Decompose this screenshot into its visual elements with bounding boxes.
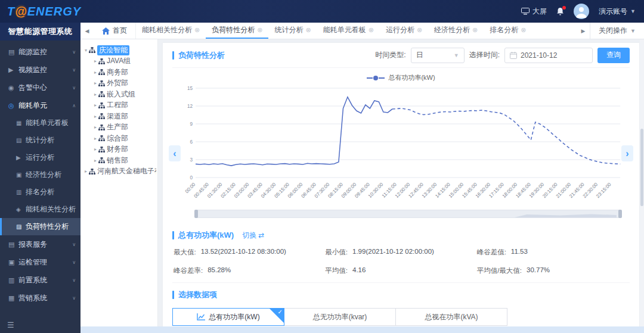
time-type-select[interactable]: 日 ▼	[411, 48, 465, 63]
caret-collapsed-icon[interactable]: ▸	[92, 158, 98, 163]
horizontal-scroll-strip[interactable]	[80, 326, 644, 333]
metric-tab-1[interactable]: 总无功功率(kvar)	[284, 308, 396, 326]
sidebar-item-2[interactable]: ◉告警中心∨	[0, 79, 80, 97]
big-screen-label: 大屏	[532, 7, 547, 17]
sidebar-item-4[interactable]: ▤报表服务∨	[0, 235, 80, 253]
chart-prev-button[interactable]: ‹	[169, 145, 181, 161]
tree-node-10[interactable]: ▸销售部	[83, 155, 156, 166]
tree-node-3[interactable]: ▸外贸部	[83, 78, 156, 89]
tabs-scroll-left-icon[interactable]: ◀	[80, 28, 94, 34]
logo-at-icon: @	[15, 5, 27, 18]
chevron-down-icon: ∨	[72, 242, 76, 247]
tree-node-0[interactable]: ▾庆浍智能	[83, 45, 156, 56]
tab-close-icon[interactable]: ⊗	[369, 26, 374, 34]
close-operations-menu[interactable]: 关闭操作 ▼	[590, 23, 644, 39]
caret-collapsed-icon[interactable]: ▸	[92, 147, 98, 152]
datazoom-slider[interactable]	[195, 210, 621, 218]
sidebar-item-7[interactable]: ▦营销系统∨	[0, 289, 80, 307]
panel-header: 负荷特性分析 时间类型: 日 ▼ 选择时间: 2021-10-12	[172, 43, 630, 68]
tab-0[interactable]: 能耗相关性分析⊗	[136, 23, 206, 39]
tab-close-icon[interactable]: ⊗	[472, 26, 478, 34]
tab-5[interactable]: 经济性分析⊗	[428, 23, 484, 39]
tree-node-8[interactable]: ▸综合部	[83, 133, 156, 144]
sidebar-subitem-3[interactable]: ▣经济性分析	[0, 166, 80, 183]
tree-node-7[interactable]: ▸生产部	[83, 122, 156, 133]
tab-close-icon[interactable]: ⊗	[305, 26, 311, 34]
switch-metric-link[interactable]: 切换 ⇄	[242, 231, 264, 241]
query-button[interactable]: 查询	[597, 48, 630, 63]
metric-tab-0[interactable]: 总有功功率(kW)✓	[172, 308, 284, 326]
tab-close-icon[interactable]: ⊗	[257, 26, 262, 34]
sidebar-subitem-1[interactable]: ▤统计分析	[0, 132, 80, 149]
chart-legend[interactable]: 总有功功率(kW)	[178, 68, 624, 83]
chevron-down-icon: ∨	[72, 260, 76, 265]
caret-collapsed-icon[interactable]: ▸	[92, 136, 98, 141]
tree-node-11[interactable]: ▸河南航天金穗电子有限公	[83, 166, 156, 178]
vertical-scrollbar[interactable]	[640, 39, 644, 326]
sidebar-subitem-2[interactable]: ▶运行分析	[0, 149, 80, 166]
sidebar-item-label: 能耗单元	[18, 101, 72, 111]
sidebar-item-5[interactable]: ▣运检管理∨	[0, 253, 80, 271]
tree-node-1[interactable]: ▸JAVA组	[83, 56, 156, 67]
sidebar-menu: ▤能源监控∨▶视频监控∨◉告警中心∨◎能耗单元∧▦能耗单元看板▤统计分析▶运行分…	[0, 41, 80, 316]
calendar-icon	[510, 52, 517, 59]
stats-section: 总有功功率(kW) 切换 ⇄ 最大值:13.52(2021-10-12 08:3…	[172, 223, 630, 283]
sidebar-item-6[interactable]: ▥前置系统∨	[0, 271, 80, 289]
collapse-menu-icon[interactable]: ☰	[0, 316, 80, 333]
tab-6[interactable]: 排名分析⊗	[484, 23, 532, 39]
tree-node-6[interactable]: ▸渠道部	[83, 111, 156, 122]
sidebar-subitem-6[interactable]: ▨负荷特性分析	[0, 218, 80, 235]
tree-node-label: 综合部	[107, 133, 128, 144]
page-title-text: 负荷特性分析	[178, 50, 225, 61]
sidebar-subitem-0[interactable]: ▦能耗单元看板	[0, 114, 80, 132]
tree-node-4[interactable]: ▸嵌入式组	[83, 89, 156, 100]
tree-node-label: 财务部	[107, 144, 128, 154]
tree-node-label: 外贸部	[107, 78, 128, 88]
sidebar-item-label: 前置系统	[18, 275, 72, 285]
caret-collapsed-icon[interactable]: ▸	[92, 58, 98, 64]
tree-node-9[interactable]: ▸财务部	[83, 144, 156, 155]
tree-node-2[interactable]: ▸商务部	[83, 67, 156, 78]
tab-home[interactable]: 首页	[94, 23, 136, 39]
caret-collapsed-icon[interactable]: ▸	[92, 125, 98, 130]
caret-collapsed-icon[interactable]: ▸	[92, 92, 98, 97]
sidebar-item-0[interactable]: ▤能源监控∨	[0, 43, 80, 61]
caret-collapsed-icon[interactable]: ▸	[92, 102, 98, 108]
sidebar-subitem-5[interactable]: ◈能耗相关性分析	[0, 201, 80, 218]
date-input[interactable]: 2021-10-12	[504, 48, 593, 63]
title-accent-bar	[172, 231, 174, 239]
logo-text: ENERGY	[27, 5, 81, 18]
avatar[interactable]	[574, 4, 589, 19]
selector-header: 选择数据项	[172, 285, 630, 304]
big-screen-button[interactable]: 大屏	[521, 7, 547, 17]
analysis-card: 负荷特性分析 时间类型: 日 ▼ 选择时间: 2021-10-12	[163, 43, 639, 333]
sidebar-subitem-4[interactable]: ▥排名分析	[0, 183, 80, 201]
alarm-center-icon: ◉	[8, 84, 18, 92]
tab-close-icon[interactable]: ⊗	[194, 26, 200, 34]
caret-collapsed-icon[interactable]: ▸	[92, 114, 98, 119]
org-icon	[98, 58, 105, 64]
topbar-right: 大屏 演示账号 ▼	[521, 4, 636, 19]
scrollbar-thumb[interactable]	[640, 129, 643, 206]
tab-2[interactable]: 统计分析⊗	[268, 23, 317, 39]
caret-expanded-icon[interactable]: ▾	[83, 48, 89, 53]
stat-value: 11.53	[511, 248, 528, 257]
tab-close-icon[interactable]: ⊗	[417, 26, 422, 34]
tree-node-5[interactable]: ▸工程部	[83, 100, 156, 111]
sidebar-item-3[interactable]: ◎能耗单元∧	[0, 97, 80, 114]
tab-3[interactable]: 能耗单元看板⊗	[317, 23, 380, 39]
caret-collapsed-icon[interactable]: ▸	[92, 70, 98, 75]
svg-text:9: 9	[190, 121, 193, 127]
tab-4[interactable]: 运行分析⊗	[380, 23, 428, 39]
chart-next-button[interactable]: ›	[621, 145, 633, 161]
caret-collapsed-icon[interactable]: ▸	[92, 80, 98, 86]
notification-bell-icon[interactable]	[556, 7, 564, 15]
caret-collapsed-icon[interactable]: ▸	[83, 169, 89, 174]
sidebar-item-1[interactable]: ▶视频监控∨	[0, 61, 80, 79]
tab-1[interactable]: 负荷特性分析⊗	[206, 23, 268, 39]
tabs-scroll-right-icon[interactable]: ▶	[577, 28, 590, 34]
ranking-icon: ▥	[16, 189, 26, 195]
metric-tab-2[interactable]: 总视在功率(kVA)	[395, 308, 507, 326]
account-menu[interactable]: 演示账号 ▼	[599, 7, 636, 17]
tab-close-icon[interactable]: ⊗	[521, 26, 526, 34]
